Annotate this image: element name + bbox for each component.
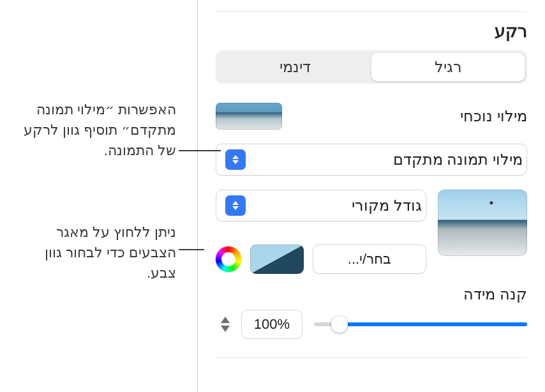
scale-value-field[interactable]: 100%: [241, 310, 302, 339]
color-picker-icon[interactable]: [216, 246, 241, 272]
current-fill-row: מילוי נוכחי: [216, 103, 527, 130]
callout-leader-line: [179, 150, 221, 151]
callout-advanced-fill: האפשרות ״מילוי תמונה מתקדם״ תוסיף גוון ל…: [17, 100, 176, 161]
stepper-down-icon[interactable]: [221, 326, 230, 332]
scale-stepper: [216, 317, 230, 332]
choose-image-button[interactable]: בחר/י...: [313, 245, 426, 274]
tint-color-well[interactable]: [250, 245, 304, 274]
fill-type-value: מילוי תמונה מתקדם: [393, 151, 523, 169]
image-scale-mode-popup[interactable]: גודל מקורי: [216, 190, 426, 222]
fill-type-popup[interactable]: מילוי תמונה מתקדם: [216, 144, 527, 176]
tab-regular[interactable]: רגיל: [371, 53, 525, 81]
divider: [216, 357, 527, 358]
scale-row: 100%: [216, 310, 527, 339]
current-fill-thumbnail[interactable]: [216, 103, 282, 130]
tab-dynamic[interactable]: דינמי: [218, 53, 371, 81]
slider-fill: [340, 322, 527, 326]
slider-knob-icon[interactable]: [331, 316, 348, 333]
choose-and-tint-row: בחר/י...: [216, 245, 426, 274]
callout-color-well: ניתן ללחוץ על מאגר הצבעים כדי לבחור גוון…: [19, 222, 176, 283]
section-title: רקע: [216, 21, 527, 41]
current-fill-label: מילוי נוכחי: [460, 107, 527, 125]
callout-leader-line: [179, 249, 204, 250]
image-scale-mode-value: גודל מקורי: [352, 197, 422, 215]
background-mode-segmented: רגיל דינמי: [216, 50, 527, 84]
stepper-up-icon[interactable]: [221, 317, 230, 323]
image-size-row: גודל מקורי בחר/י...: [216, 190, 527, 274]
background-inspector-panel: רקע רגיל דינמי מילוי נוכחי מילוי תמונה מ…: [197, 0, 545, 392]
chevron-updown-icon: [225, 195, 246, 216]
scale-label: קנה מידה: [216, 285, 527, 303]
image-preview-thumbnail[interactable]: [438, 190, 527, 256]
chevron-updown-icon: [225, 149, 246, 170]
divider: [216, 11, 527, 12]
scale-slider[interactable]: [314, 315, 527, 334]
